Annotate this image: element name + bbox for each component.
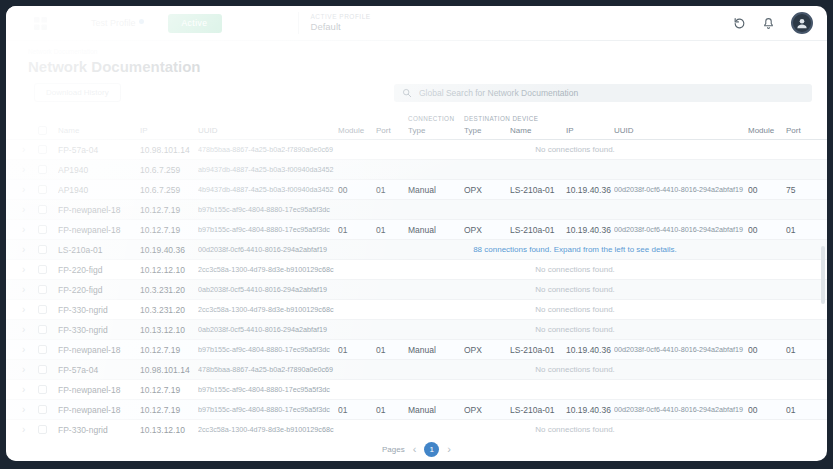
header-divider: [298, 12, 299, 34]
row-ip: 10.12.7.19: [140, 205, 198, 215]
table-row[interactable]: ›FP-57a-0410.98.101.14478b5baa-8867-4a25…: [6, 140, 827, 160]
breadcrumb: Network Documentation: [28, 48, 827, 55]
col-name[interactable]: Name: [58, 126, 140, 135]
table-row[interactable]: ›FP-220-figd10.12.12.102cc3c58a-1300-4d7…: [6, 260, 827, 280]
col-dest-name[interactable]: Name: [510, 126, 566, 135]
expand-chevron-icon[interactable]: ›: [20, 205, 38, 215]
row-dest-uuid: 00d2038f-0cf6-4410-8016-294a2abfaf19: [614, 345, 748, 354]
table-row[interactable]: ›FP-newpanel-1810.12.7.19b97b155c-af9c-4…: [6, 400, 827, 420]
profile-selector[interactable]: Test Profile: [91, 18, 144, 28]
expand-chevron-icon[interactable]: ›: [20, 245, 38, 255]
row-checkbox[interactable]: [38, 325, 47, 334]
row-dest-type: OPX: [464, 405, 510, 415]
col-connection-type[interactable]: Type: [408, 126, 464, 135]
row-checkbox[interactable]: [38, 165, 47, 174]
table-row[interactable]: ›AP194010.6.7.259ab9437db-4887-4a25-b0a3…: [6, 160, 827, 180]
row-uuid: 478b5baa-8867-4a25-b0a2-f7890a0e0c69: [198, 145, 338, 154]
col-dest-uuid[interactable]: UUID: [614, 126, 748, 135]
row-checkbox[interactable]: [38, 345, 47, 354]
row-checkbox[interactable]: [38, 425, 47, 434]
col-ip[interactable]: IP: [140, 126, 198, 135]
table-row[interactable]: ›FP-220-figd10.3.231.200ab2038f-0cf5-441…: [6, 280, 827, 300]
row-uuid: b97b155c-af9c-4804-8880-17ec95a5f3dc: [198, 405, 338, 414]
expand-chevron-icon[interactable]: ›: [20, 345, 38, 355]
expand-chevron-icon[interactable]: ›: [20, 405, 38, 415]
download-history-button[interactable]: Download History: [34, 83, 121, 102]
table-row[interactable]: ›FP-57a-0410.98.101.14478b5baa-8867-4a25…: [6, 360, 827, 380]
active-button[interactable]: Active: [168, 14, 222, 33]
row-name: FP-330-ngrid: [58, 305, 140, 315]
row-checkbox[interactable]: [38, 245, 47, 254]
row-name: FP-newpanel-18: [58, 405, 140, 415]
vertical-scrollbar[interactable]: [821, 246, 825, 304]
row-checkbox[interactable]: [38, 225, 47, 234]
global-search[interactable]: [394, 84, 812, 102]
global-search-input[interactable]: [417, 87, 804, 99]
table-row[interactable]: ›FP-330-ngrid10.13.12.102cc3c58a-1300-4d…: [6, 420, 827, 437]
table-row[interactable]: ›LS-210a-0110.19.40.3600d2038f-0cf6-4410…: [6, 240, 827, 260]
col-port[interactable]: Port: [376, 126, 408, 135]
row-dest-name: LS-210a-01: [510, 345, 566, 355]
row-uuid: ab9437db-4887-4a25-b0a3-f00940da3452: [198, 165, 338, 174]
row-uuid: 2cc3c58a-1300-4d79-8d3e-b9100129c68c: [198, 305, 338, 314]
expand-chevron-icon[interactable]: ›: [20, 305, 38, 315]
row-ip: 10.12.7.19: [140, 405, 198, 415]
expand-chevron-icon[interactable]: ›: [20, 285, 38, 295]
row-dest-name: LS-210a-01: [510, 405, 566, 415]
row-checkbox[interactable]: [38, 365, 47, 374]
expand-chevron-icon[interactable]: ›: [20, 265, 38, 275]
row-ip: 10.12.7.19: [140, 385, 198, 395]
row-checkbox[interactable]: [38, 265, 47, 274]
row-dest-module: 00: [748, 225, 786, 235]
col-dest-ip[interactable]: IP: [566, 126, 614, 135]
row-dest-port: 01: [786, 405, 816, 415]
row-dest-uuid: 00d2038f-0cf6-4410-8016-294a2abfaf19: [614, 185, 748, 194]
page-number-button[interactable]: 1: [424, 442, 439, 457]
row-connection-type: Manual: [408, 225, 464, 235]
row-checkbox[interactable]: [38, 285, 47, 294]
expand-chevron-icon[interactable]: ›: [20, 145, 38, 155]
select-all-checkbox[interactable]: [38, 126, 47, 135]
expand-chevron-icon[interactable]: ›: [20, 185, 38, 195]
table-row[interactable]: ›FP-newpanel-1810.12.7.19b97b155c-af9c-4…: [6, 200, 827, 220]
table-row[interactable]: ›FP-newpanel-1810.12.7.19b97b155c-af9c-4…: [6, 220, 827, 240]
row-connections-message: No connections found.: [338, 265, 816, 274]
col-dest-module[interactable]: Module: [748, 126, 786, 135]
previous-page-icon[interactable]: ‹: [413, 444, 417, 455]
row-checkbox[interactable]: [38, 405, 47, 414]
expand-chevron-icon[interactable]: ›: [20, 425, 38, 435]
table-row[interactable]: ›FP-newpanel-1810.12.7.19b97b155c-af9c-4…: [6, 380, 827, 400]
notifications-button[interactable]: [762, 17, 775, 30]
expand-chevron-icon[interactable]: ›: [20, 325, 38, 335]
user-avatar[interactable]: [791, 12, 813, 34]
row-ip: 10.6.7.259: [140, 185, 198, 195]
row-checkbox[interactable]: [38, 145, 47, 154]
row-checkbox[interactable]: [38, 205, 47, 214]
row-dest-name: LS-210a-01: [510, 185, 566, 195]
table-row[interactable]: ›FP-newpanel-1810.12.7.19b97b155c-af9c-4…: [6, 340, 827, 360]
row-dest-port: 75: [786, 185, 816, 195]
row-name: FP-newpanel-18: [58, 385, 140, 395]
expand-chevron-icon[interactable]: ›: [20, 225, 38, 235]
row-checkbox[interactable]: [38, 305, 47, 314]
col-uuid[interactable]: UUID: [198, 126, 338, 135]
col-module[interactable]: Module: [338, 126, 376, 135]
col-dest-port[interactable]: Port: [786, 126, 816, 135]
expand-chevron-icon[interactable]: ›: [20, 385, 38, 395]
table-row[interactable]: ›AP194010.6.7.2594b9437db-4887-4a25-b0a3…: [6, 180, 827, 200]
row-ip: 10.3.231.20: [140, 305, 198, 315]
row-checkbox[interactable]: [38, 385, 47, 394]
next-page-icon[interactable]: ›: [447, 444, 451, 455]
expand-chevron-icon[interactable]: ›: [20, 365, 38, 375]
expand-chevron-icon[interactable]: ›: [20, 165, 38, 175]
table-row[interactable]: ›FP-330-ngrid10.3.231.202cc3c58a-1300-4d…: [6, 300, 827, 320]
toolbar: Download History: [6, 75, 827, 109]
row-checkbox[interactable]: [38, 185, 47, 194]
row-port: 01: [376, 225, 408, 235]
table-group-header-row: CONNECTION DESTINATION DEVICE: [6, 109, 827, 122]
col-dest-type[interactable]: Type: [464, 126, 510, 135]
refresh-button[interactable]: [733, 17, 746, 30]
table-row[interactable]: ›FP-330-ngrid10.13.12.100ab2038f-0cf5-44…: [6, 320, 827, 340]
apps-grid-icon[interactable]: [34, 17, 47, 30]
row-name: FP-330-ngrid: [58, 325, 140, 335]
